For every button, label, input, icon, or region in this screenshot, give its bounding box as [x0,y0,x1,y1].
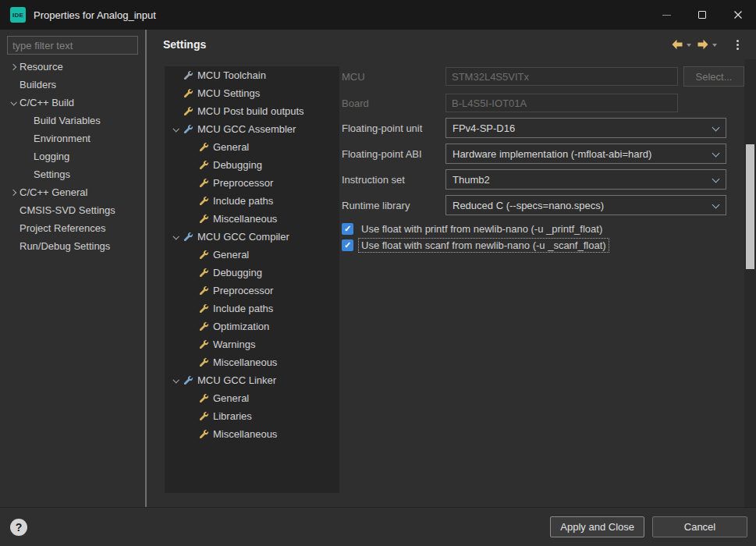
mcu-row: MCU Select... [342,66,744,87]
board-row: Board [342,93,678,113]
sidebar-tree-item[interactable]: C/C++ Build [0,94,145,112]
settings-page: Settings [147,30,756,507]
sidebar-tree-item[interactable]: Resource [0,58,145,76]
sidebar-tree-item[interactable]: Build Variables [0,112,145,129]
vertical-scrollbar[interactable] [744,59,756,507]
apply-and-close-button[interactable]: Apply and Close [550,516,644,537]
sidebar-tree-item[interactable]: Run/Debug Settings [0,237,145,255]
properties-dialog: IDE Properties for Analog_input Resource [0,0,756,546]
form-row: Runtime library Reduced C (--specs=nano.… [342,195,726,215]
back-history-chevron-icon[interactable] [687,44,691,47]
select-mcu-button: Select... [683,66,744,87]
board-label: Board [342,98,445,109]
form-row: Floating-point unit FPv4-SP-D16 [342,118,726,138]
field-label: Instruction set [342,174,445,186]
app-logo-icon: IDE [10,7,26,23]
footer-buttons: Apply and Close Cancel [550,516,747,537]
checkbox-row: Use float with printf from newlib-nano (… [342,221,605,236]
maximize-button[interactable] [684,0,720,30]
expand-chevron-icon[interactable] [7,186,20,199]
checkbox-label: Use float with scanf from newlib-nano (-… [359,239,609,252]
settings-header: Settings [147,30,756,59]
minimize-icon [662,15,671,16]
board-field [445,94,678,112]
sidebar-item-label: C/C++ General [20,186,87,198]
back-arrow-icon [671,39,683,50]
expand-chevron-icon[interactable] [21,115,34,127]
mcu-field [445,67,678,86]
sidebar-item-label: Project References [20,222,106,234]
sidebar-item-label: C/C++ Build [20,97,74,108]
expand-chevron-icon[interactable] [7,61,20,73]
sidebar-tree-item[interactable]: Builders [0,76,145,94]
checkbox-row: Use float with scanf from newlib-nano (-… [342,237,609,253]
cancel-button[interactable]: Cancel [652,516,747,537]
sidebar-tree-item[interactable]: C/C++ General [0,183,145,201]
dropdown-select[interactable]: Reduced C (--specs=nano.specs) [445,195,726,215]
footer-bar: ? Apply and Close Cancel [0,507,756,546]
forward-history-chevron-icon[interactable] [712,44,717,47]
filter-input[interactable] [7,36,138,55]
expand-chevron-icon[interactable] [21,151,34,163]
expand-chevron-icon[interactable] [21,168,34,181]
expand-chevron-icon[interactable] [7,79,20,91]
sidebar-item-label: Run/Debug Settings [20,240,110,252]
mcu-label: MCU [342,71,445,83]
dropdown-value: Hardware implementation (-mfloat-abi=har… [453,148,651,160]
sidebar-tree-item[interactable]: Environment [0,129,145,147]
page-title: Settings [163,38,206,51]
checkbox[interactable] [342,223,353,235]
settings-body: MCU Toolchain MCU Settings [147,59,756,507]
forward-button[interactable] [695,37,711,52]
dropdown-value: Thumb2 [453,174,490,186]
close-button[interactable] [720,0,756,30]
checkbox[interactable] [342,239,353,251]
forward-arrow-icon [697,39,709,50]
expand-chevron-icon[interactable] [7,97,20,109]
view-menu-button[interactable] [732,37,744,53]
close-icon [733,10,743,20]
minimize-button[interactable] [648,0,684,30]
sidebar-item-label: Resource [20,61,63,73]
settings-form: MCU Select... Board Floating-point unit [147,59,744,507]
properties-sidebar: Resource Builders C/C++ Build Build Vari… [0,30,145,507]
expand-chevron-icon[interactable] [7,222,20,235]
sidebar-tree-item[interactable]: Settings [0,165,145,183]
maximize-icon [698,11,706,19]
sidebar-item-label: Environment [34,133,91,144]
dropdown-select[interactable]: Thumb2 [445,169,726,190]
dropdown-value: Reduced C (--specs=nano.specs) [453,200,604,211]
header-actions [669,37,748,53]
sidebar-item-label: Logging [34,151,69,162]
form-row: Instruction set Thumb2 [342,169,726,190]
sidebar-tree-item[interactable]: Logging [0,147,145,165]
expand-chevron-icon[interactable] [7,240,20,253]
expand-chevron-icon[interactable] [21,133,34,145]
sidebar-tree-item[interactable]: CMSIS-SVD Settings [0,201,145,219]
help-button[interactable]: ? [10,519,27,536]
window-title: Properties for Analog_input [34,9,156,21]
sidebar-tree-item[interactable]: Project References [0,219,145,237]
field-label: Runtime library [342,200,445,211]
properties-category-tree: Resource Builders C/C++ Build Build Vari… [0,58,145,255]
checkbox-label: Use float with printf from newlib-nano (… [359,222,605,236]
sidebar-item-label: Settings [34,168,70,180]
sidebar-item-label: Build Variables [34,115,101,126]
dropdown-select[interactable]: Hardware implementation (-mfloat-abi=har… [445,144,726,164]
form-row: Floating-point ABI Hardware implementati… [342,144,726,164]
back-button[interactable] [669,37,685,52]
field-label: Floating-point unit [342,122,445,134]
dropdown-select[interactable]: FPv4-SP-D16 [445,118,726,138]
sidebar-item-label: CMSIS-SVD Settings [20,204,115,216]
main-region: Resource Builders C/C++ Build Build Vari… [0,30,756,507]
scrollbar-thumb[interactable] [746,144,754,269]
sidebar-item-label: Builders [20,79,56,90]
field-label: Floating-point ABI [342,148,445,160]
expand-chevron-icon[interactable] [7,204,20,217]
window-controls [648,0,756,30]
title-bar: IDE Properties for Analog_input [0,0,756,30]
dropdown-value: FPv4-SP-D16 [453,122,515,134]
